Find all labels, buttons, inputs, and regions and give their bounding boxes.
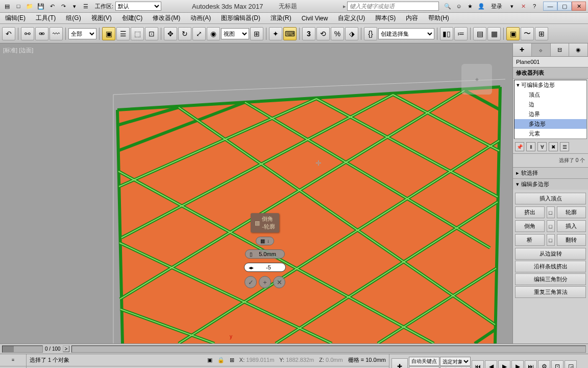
viewport-nav2-icon[interactable]: ◲ [565,360,577,369]
isolate-icon[interactable]: ▣ [207,357,212,363]
selection-filter[interactable]: 全部 [68,28,96,39]
extrude-spline-button[interactable]: 沿样条线挤出 [515,261,586,272]
menu-content[interactable]: 内容 [403,13,421,24]
rotate-icon[interactable]: ↻ [178,27,191,40]
time-config-icon[interactable]: ⚙ [538,360,550,369]
insert-button[interactable]: 插入 [557,220,586,232]
snap-toggle-icon[interactable]: 3 [302,27,315,40]
placement-icon[interactable]: ◉ [207,27,220,40]
next-frame-icon[interactable]: ▶ [511,360,524,369]
bind-space-icon[interactable]: 〰 [50,27,63,40]
modifier-list-label[interactable]: 修改器列表 [513,67,588,79]
menu-view[interactable]: 视图(V) [88,13,115,24]
menu-anim[interactable]: 动画(A) [187,13,214,24]
config-icon[interactable]: ☰ [560,142,569,151]
viewcube[interactable]: ◈ [461,64,492,95]
spin-edge-button[interactable]: 从边旋转 [515,248,586,260]
menu-render[interactable]: 渲染(R) [267,13,295,24]
select-region-icon[interactable]: ⬚ [131,27,144,40]
play-icon[interactable]: ▶ [498,360,510,369]
dropdown-icon[interactable]: ▾ [507,2,517,11]
bridge-button[interactable]: 桥 [515,234,545,246]
select-name-icon[interactable]: ☰ [116,27,130,40]
open-icon[interactable]: 📁 [24,2,35,11]
slider-next-icon[interactable]: > [63,346,70,352]
modifier-stack[interactable]: ▾ 可编辑多边形 顶点 边 边界 多边形 元素 [514,80,587,139]
caddy-title[interactable]: ▥ 倒角-轮廓 [251,213,279,233]
flip-button[interactable]: 翻转 [557,234,586,246]
tab-motion[interactable]: ◉ [569,43,588,56]
help-icon[interactable]: ? [530,2,539,11]
keyboard-shortcut-icon[interactable]: ⌨ [283,27,297,40]
caddy-outline-input[interactable]: ◂▸ [244,263,286,272]
align-icon[interactable]: ≔ [454,27,468,40]
viewport[interactable]: [标准] [边面] [0,43,512,343]
find-icon[interactable]: 🔍 [443,2,452,11]
pivot-icon[interactable]: ⊞ [250,27,263,40]
caddy-cancel-button[interactable]: ✕ [273,276,285,288]
menu-civil[interactable]: Civil View [299,14,331,23]
edit-tri-button[interactable]: 编辑三角剖分 [515,273,586,285]
user-icon[interactable]: 👤 [477,2,486,11]
remove-icon[interactable]: ✖ [549,142,558,151]
select-object-icon[interactable]: ▣ [102,27,115,40]
goto-end-icon[interactable]: ⏭ [525,360,537,369]
scene-explorer-icon[interactable]: ▦ [487,27,501,40]
undo-icon[interactable]: ↶ [47,2,57,11]
curve-editor-icon[interactable]: 〜 [521,27,534,40]
login-link[interactable]: 登录 [491,3,502,10]
stack-vertex[interactable]: 顶点 [514,90,586,100]
workspace-select[interactable]: 默认 [115,2,161,11]
manip-icon[interactable]: ✦ [269,27,282,40]
script-mini-icon[interactable]: ≡ [0,354,26,366]
show-end-icon[interactable]: Ⅱ [526,142,535,151]
tab-hierarchy[interactable]: ⊟ [551,43,570,56]
tab-modify[interactable]: ⟐ [532,43,551,56]
percent-snap-icon[interactable]: % [331,27,344,40]
menu-group[interactable]: 组(G) [63,13,84,24]
spinner-snap-icon[interactable]: ⬗ [345,27,358,40]
unlink-tool-icon[interactable]: ⚮ [35,27,48,40]
coord-display-icon[interactable]: ⊞ [230,357,234,363]
ribbon-icon[interactable]: ▣ [506,27,520,40]
time-slider-track[interactable] [2,346,43,353]
stack-root[interactable]: ▾ 可编辑多边形 [514,80,586,90]
stack-border[interactable]: 边界 [514,109,586,119]
schematic-icon[interactable]: ⊞ [535,27,548,40]
goto-start-icon[interactable]: ⏮ [472,360,484,369]
link-icon[interactable]: ▾ [69,2,80,11]
key-target-select[interactable]: 选定对象 [440,357,471,366]
object-name[interactable]: Plane001 [513,57,588,67]
extrude-settings-button[interactable]: □ [547,206,555,218]
search-input[interactable] [347,2,439,11]
edit-named-sel-icon[interactable]: {} [364,27,377,40]
menu-script[interactable]: 脚本(S) [372,13,399,24]
caddy-handle-icon[interactable]: ▥ [255,220,260,226]
caddy-height-input[interactable]: ▯ [245,249,285,259]
bevel-settings-button[interactable]: □ [547,220,555,232]
rollout-soft-select[interactable]: ▸软选择 [513,168,588,178]
maximize-button[interactable]: ▢ [557,2,572,11]
named-selection[interactable]: 创建选择集 [378,28,434,39]
prev-frame-icon[interactable]: ◀ [485,360,497,369]
star-icon[interactable]: ★ [465,2,475,11]
time-slider-thumb[interactable] [3,346,14,352]
ref-coord[interactable]: 视图 [221,28,249,39]
caddy-apply-button[interactable]: + [259,276,271,288]
close-button[interactable]: ✕ [572,2,586,11]
stack-edge[interactable]: 边 [514,100,586,109]
minimize-button[interactable]: — [543,2,557,11]
redo-icon[interactable]: ↷ [58,2,68,11]
menu-modifier[interactable]: 修改器(M) [150,13,183,24]
project-icon[interactable]: ☰ [81,2,91,11]
caddy-ok-button[interactable]: ✓ [244,276,257,288]
close-panel-icon[interactable]: ✕ [519,2,528,11]
retri-button[interactable]: 重复三角算法 [515,286,586,298]
viewport-nav1-icon[interactable]: ⊡ [551,360,564,369]
mirror-icon[interactable]: ▮▯ [440,27,453,40]
stack-element[interactable]: 元素 [514,129,586,139]
maxscript-label[interactable]: MAXScr [0,366,26,369]
angle-snap-icon[interactable]: ⟲ [316,27,330,40]
viewport-label[interactable]: [标准] [边面] [3,47,33,54]
layer-icon[interactable]: ▤ [473,27,486,40]
